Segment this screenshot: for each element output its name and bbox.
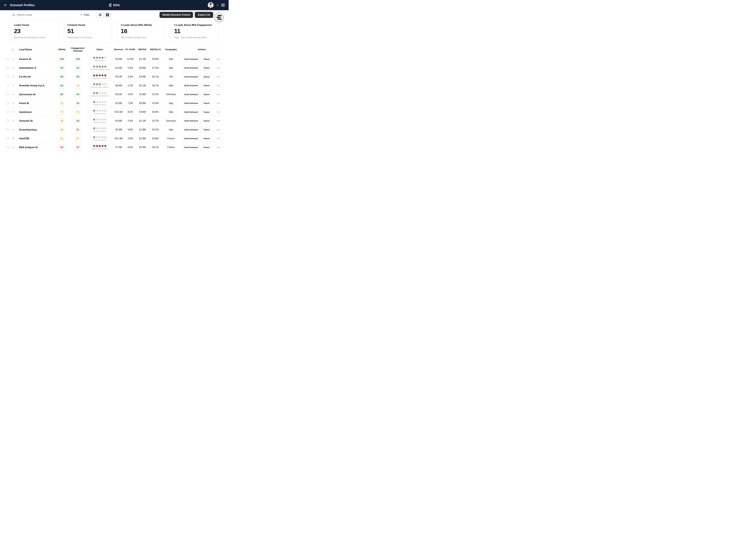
favorite-heart-icon[interactable] — [6, 111, 9, 114]
lead-name[interactable]: AutoCIM — [16, 137, 55, 140]
teaser-button[interactable]: Teaser — [202, 101, 212, 106]
draft-outreach-button[interactable]: Draft Outreach — [182, 119, 200, 123]
more-actions-button[interactable]: ••• — [217, 128, 220, 131]
cagr-value: 2.2% — [125, 84, 136, 87]
teaser-button[interactable]: Teaser — [202, 57, 212, 61]
geography-value: Italy — [162, 84, 180, 87]
export-list-button[interactable]: Export List — [195, 12, 213, 18]
draft-outreach-button[interactable]: Draft Outreach — [182, 66, 200, 70]
teaser-button[interactable]: Teaser — [202, 136, 212, 141]
back-arrow-icon — [4, 3, 7, 7]
draft-outreach-button[interactable]: Draft Outreach — [182, 92, 200, 97]
teaser-button[interactable]: Teaser — [202, 83, 212, 88]
stat-value: 16 — [121, 28, 161, 35]
lead-name[interactable]: Fix Pls Srl — [16, 75, 55, 78]
ebitda-pct-value: 50.1% — [149, 75, 162, 78]
geography-value: Italy — [162, 58, 180, 60]
status-text: Ready to review — [94, 121, 106, 123]
row-number: 8 — [10, 120, 16, 122]
favorite-heart-icon[interactable] — [6, 93, 9, 96]
status-dots — [93, 119, 106, 121]
favorite-heart-icon[interactable] — [6, 102, 9, 105]
teaser-button[interactable]: Teaser — [202, 66, 212, 70]
teaser-button[interactable]: Teaser — [202, 119, 212, 123]
more-actions-button[interactable]: ••• — [217, 58, 220, 60]
draft-outreach-button[interactable]: Draft Outreach — [182, 83, 200, 88]
favorite-heart-icon[interactable] — [6, 146, 9, 149]
more-actions-button[interactable]: ••• — [217, 146, 220, 149]
lead-name[interactable]: Succession AI — [16, 93, 55, 96]
chevron-down-icon[interactable] — [216, 3, 219, 7]
more-actions-button[interactable]: ••• — [217, 102, 220, 104]
ebitda-pct-value: 27.2% — [149, 67, 162, 69]
era-floating-button[interactable] — [214, 13, 224, 22]
favorite-heart-icon[interactable] — [6, 128, 9, 131]
search-input[interactable] — [17, 14, 72, 16]
teaser-button[interactable]: Teaser — [202, 127, 212, 132]
user-avatar[interactable] — [208, 2, 214, 8]
lead-name[interactable]: Screening Easy — [16, 128, 55, 131]
favorite-heart-icon[interactable] — [6, 58, 9, 61]
menu-icon[interactable] — [221, 4, 225, 7]
draft-outreach-button[interactable]: Draft Outreach — [182, 145, 200, 150]
draft-outreach-button[interactable]: Draft Outreach — [182, 127, 200, 132]
revenue-value: €10.1M — [113, 111, 125, 113]
draft-outreach-button[interactable]: Draft Outreach — [182, 74, 200, 79]
lead-name[interactable]: NDA Analysis AI — [16, 146, 55, 149]
grid-view-icon — [106, 13, 109, 16]
ebitda-pct-value: 18.7% — [149, 84, 162, 87]
draft-outreach-button[interactable]: Draft Outreach — [182, 110, 200, 114]
modify-research-criteria-button[interactable]: Modify Research Criteria — [160, 12, 193, 18]
teaser-button[interactable]: Teaser — [202, 145, 212, 150]
more-actions-button[interactable]: ••• — [217, 120, 220, 122]
favorite-heart-icon[interactable] — [6, 66, 9, 69]
ebitda-value: €2.0M — [136, 146, 149, 149]
status-text: Ready to review — [94, 130, 106, 132]
draft-outreach-button[interactable]: Draft Outreach — [182, 136, 200, 141]
stat-card-contacts-found: Contacts found 51 Gatekeepers to 23 lead… — [63, 20, 112, 42]
teaser-button[interactable]: Teaser — [202, 92, 212, 97]
favorite-heart-icon[interactable] — [6, 84, 9, 87]
filter-button[interactable]: Filter — [77, 12, 93, 18]
favorite-heart-icon[interactable] — [6, 137, 9, 140]
favorite-heart-icon[interactable] — [6, 75, 9, 78]
more-actions-button[interactable]: ••• — [217, 67, 220, 69]
lead-name[interactable]: Outreach AI — [16, 119, 55, 122]
status-text: Rejected automatically — [91, 148, 108, 150]
geography-value: Italy — [162, 111, 180, 113]
more-actions-button[interactable]: ••• — [217, 84, 220, 87]
status-dots — [93, 74, 106, 76]
search-box[interactable] — [10, 12, 74, 18]
more-actions-button[interactable]: ••• — [217, 111, 220, 113]
lead-name[interactable]: AutoInvest — [16, 111, 55, 113]
ebitda-value: €1.1M — [136, 58, 149, 60]
cagr-value: 3.3% — [125, 75, 136, 78]
more-actions-button[interactable]: ••• — [217, 93, 220, 96]
header-status: Status — [87, 48, 113, 51]
affinity-score-badge: 72 — [58, 101, 65, 106]
cagr-value: 6.6% — [125, 146, 136, 149]
lead-name[interactable]: Invest AI — [16, 102, 55, 105]
more-actions-button[interactable]: ••• — [217, 76, 220, 78]
more-actions-button[interactable]: ••• — [217, 137, 220, 140]
draft-outreach-button[interactable]: Draft Outreach — [182, 101, 200, 106]
geography-value: Italy — [162, 128, 180, 131]
header-lead-name: Lead Name — [16, 48, 55, 51]
lead-name[interactable]: Automations X — [16, 67, 55, 69]
ebitda-value: €0.6M — [136, 102, 149, 105]
status-text: NDA pending — [95, 60, 105, 61]
favorite-heart-icon[interactable] — [6, 119, 9, 122]
lead-name[interactable]: Finance AI — [16, 58, 55, 61]
outreach-profiles-page: Outreach Profiles ERA — [0, 0, 229, 152]
grid-view-button[interactable] — [104, 12, 111, 17]
lead-name[interactable]: Artemide Group S.p.A. — [16, 84, 55, 87]
back-button[interactable] — [4, 3, 7, 7]
ebitda-pct-value: 15.9% — [149, 102, 162, 105]
geography-value: France — [162, 146, 180, 149]
cagr-value: 5.3% — [125, 67, 136, 69]
page-title: Outreach Profiles — [10, 3, 35, 7]
list-view-button[interactable] — [96, 12, 104, 17]
teaser-button[interactable]: Teaser — [202, 110, 212, 114]
draft-outreach-button[interactable]: Draft Outreach — [182, 57, 200, 61]
teaser-button[interactable]: Teaser — [202, 74, 212, 79]
